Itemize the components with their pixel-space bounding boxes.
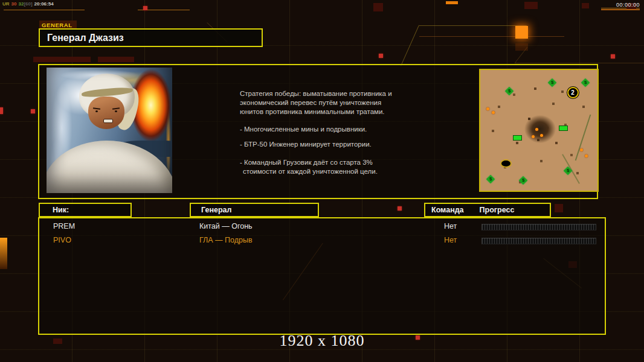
map-marker-oil	[486, 107, 489, 110]
header-label: Прогресс	[480, 206, 515, 214]
bullet-line: - Многочисленные мины и подрывники.	[240, 125, 488, 134]
supply-dollar-icon: $	[522, 178, 524, 183]
player-general: ГЛА — Подрыв	[199, 236, 253, 244]
deco-square	[379, 54, 383, 58]
player-progress-bar	[481, 224, 596, 230]
bullet-line: стоимости от каждой уничтоженной цели.	[240, 167, 488, 176]
map-marker-supply: $	[486, 175, 495, 183]
player-rows: PREM Китай — Огонь Нет PIVO ГЛА — Подрыв…	[39, 218, 605, 334]
map-marker-oil	[585, 154, 588, 157]
fps-value: 30	[11, 1, 17, 7]
players-panel: PREM Китай — Огонь Нет PIVO ГЛА — Подрыв…	[38, 217, 606, 335]
map-marker-supply: $	[519, 176, 527, 185]
deco-square	[524, 2, 538, 9]
supply-dollar-icon: $	[551, 80, 553, 85]
deco-square	[98, 57, 134, 62]
strategy-line: юнитов противника минимальными тратами.	[240, 107, 488, 116]
bullet-line: - Командный Грузовик даёт со старта 3%	[240, 158, 488, 167]
deco-glow-square	[515, 26, 528, 39]
general-title-box: Генерал Джазиз	[39, 28, 263, 47]
header-label: Команда	[431, 206, 464, 214]
fps-cap: [60]	[24, 1, 32, 7]
player-team: Нет	[444, 222, 457, 230]
strategy-paragraph: Стратегия победы: выматывание противника…	[240, 89, 488, 116]
player-team: Нет	[444, 236, 457, 244]
deco-square	[31, 109, 35, 113]
column-header-team-progress: Команда Прогресс	[424, 203, 551, 217]
deco-dash	[446, 1, 458, 4]
circuit-trace	[515, 63, 644, 63]
player-row: PREM Китай — Огонь Нет	[39, 220, 605, 232]
header-label: Ник:	[53, 206, 69, 214]
lobby-screen: { "colors": { "accent_yellow": "#d8d204"…	[0, 0, 644, 362]
deco-square	[555, 204, 563, 212]
general-info-panel: Стратегия победы: выматывание противника…	[38, 64, 598, 199]
map-marker-supply: $	[548, 78, 556, 87]
clock-left: 20:06:54	[34, 1, 54, 7]
strategy-bullet: - Многочисленные мины и подрывники.	[240, 125, 488, 134]
deco-glow-reflection	[515, 43, 528, 51]
timer-underline	[601, 9, 640, 10]
map-marker-supply: $	[581, 78, 590, 87]
column-header-nick: Ник:	[39, 203, 132, 217]
map-marker-oil	[492, 111, 495, 114]
supply-dollar-icon: $	[507, 89, 510, 94]
player-nick: PREM	[53, 222, 75, 230]
circuit-trace	[419, 25, 527, 26]
map-marker-oil	[532, 135, 535, 138]
map-marker-hole	[500, 159, 512, 168]
strategy-line: экономический перевес путём уничтожения	[240, 98, 488, 107]
map-preview: $$$$$$2	[479, 69, 599, 192]
map-marker-oil	[580, 148, 583, 151]
supply-dollar-icon: $	[489, 177, 491, 182]
supply-dollar-icon: $	[584, 80, 587, 85]
deco-square	[611, 54, 615, 59]
deco-gradient-bar	[0, 238, 7, 269]
timer: 00:00:00	[616, 2, 640, 8]
deco-square	[143, 6, 147, 10]
strategy-bullet: - БТР-50 Инженер минирует территории.	[240, 140, 488, 149]
circuit-trace	[419, 36, 564, 37]
player-nick: PIVO	[53, 236, 71, 244]
page-title: Генерал Джазиз	[40, 30, 262, 43]
supply-dollar-icon: $	[566, 168, 568, 173]
player-progress-bar	[481, 238, 596, 244]
map-marker-supply: $	[505, 87, 514, 95]
map-marker-tech	[513, 135, 522, 141]
deco-square	[0, 107, 3, 114]
deco-square	[582, 3, 589, 8]
strategy-line: Стратегия победы: выматывание противника…	[240, 89, 488, 98]
map-marker-oil	[540, 134, 543, 137]
map-marker-start: 2	[567, 87, 579, 98]
tab-general[interactable]: GENERAL	[39, 21, 77, 29]
map-markers: $$$$$$2	[480, 70, 597, 191]
map-marker-supply: $	[564, 167, 572, 175]
bullet-line: - БТР-50 Инженер минирует территории.	[240, 140, 488, 149]
map-marker-oil	[535, 128, 538, 131]
fps-overlay: UR3032[60]20:06:54	[2, 1, 56, 7]
general-portrait-image	[47, 68, 172, 193]
player-general: Китай — Огонь	[199, 222, 253, 230]
strategy-bullet: - Командный Грузовик даёт со старта 3% с…	[240, 158, 488, 176]
deco-square	[33, 57, 91, 62]
player-row: PIVO ГЛА — Подрыв Нет	[39, 234, 605, 246]
deco-line	[4, 10, 85, 10]
deco-square	[398, 206, 402, 211]
portrait-vignette	[47, 68, 172, 193]
fps-label: UR	[2, 1, 10, 7]
map-marker-tech	[559, 125, 568, 131]
deco-square	[373, 3, 383, 11]
resolution-label: 1920 x 1080	[0, 332, 644, 350]
header-label: Генерал	[201, 206, 231, 214]
column-header-general: Генерал	[190, 203, 319, 217]
